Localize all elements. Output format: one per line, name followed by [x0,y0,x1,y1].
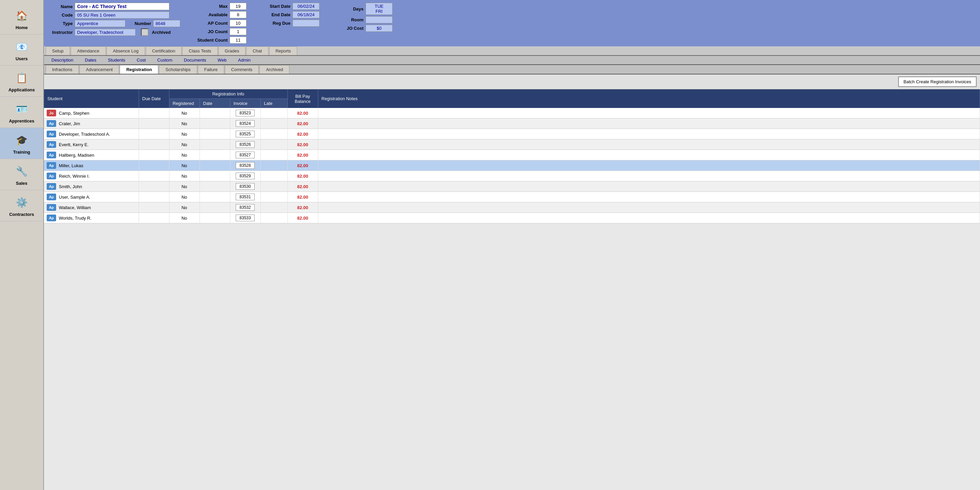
cell-due-date-2 [138,129,169,139]
start-date-label: Start Date [260,4,291,9]
invoice-btn-9[interactable]: 83532 [236,204,254,211]
instructor-value: Developer, Tradeschool [75,29,135,36]
tab-certification[interactable]: Certification [146,46,182,55]
subtab-description[interactable]: Description [46,56,79,64]
tab-reports[interactable]: Reports [269,46,298,55]
sidebar-item-applications[interactable]: 📋 Applications [0,65,43,97]
sidebar-item-training[interactable]: 🎓 Training [0,128,43,159]
sub-tabs: DescriptionDatesStudentsCostCustomDocume… [44,56,980,65]
cell-date-9 [199,203,230,213]
subtab-custom[interactable]: Custom [151,56,178,64]
tab-absence_log[interactable]: Absence Log [107,46,145,55]
cell-invoice-9: 83532 [230,203,260,213]
invoice-btn-6[interactable]: 83529 [236,172,254,179]
invoice-btn-3[interactable]: 83526 [236,141,254,148]
name-cell-1: Ap Crater, Jim [47,120,136,127]
main-tabs: SetupAttendanceAbsence LogCertificationC… [44,46,980,56]
invoice-btn-2[interactable]: 83525 [236,131,254,137]
name-cell-7: Ap Smith, John [47,183,136,190]
tab-setup[interactable]: Setup [46,46,70,55]
subtab-admin[interactable]: Admin [232,56,256,64]
cell-balance-6: 82.00 [288,171,318,181]
cell-due-date-4 [138,150,169,160]
table-row[interactable]: Ap Hallberg, Madisen No 83527 82.00 [44,150,980,160]
ap-count-row: AP Count 10 [194,20,247,27]
invoice-btn-4[interactable]: 83527 [236,152,254,158]
badge-0: Jo [47,110,56,117]
table-row[interactable]: Ap Developer, Tradeschool A. No 83525 82… [44,129,980,139]
table-row[interactable]: Ap Smith, John No 83530 82.00 [44,181,980,192]
cell-late-0 [260,108,288,118]
invoice-btn-8[interactable]: 83531 [236,193,254,200]
table-header-group: Student Due Date Registration Info Bill … [44,89,980,99]
badge-3: Ap [47,141,56,148]
cell-registered-1: No [169,118,199,129]
subtab-dates[interactable]: Dates [79,56,102,64]
table-row[interactable]: Jo Camp, Stephen No 83523 82.00 [44,108,980,118]
subheader-late: Late [260,99,288,108]
number-value: 8648 [153,20,180,27]
cell-late-2 [260,129,288,139]
sidebar-item-users[interactable]: 📧 Users [0,35,43,65]
thirdtab-failure[interactable]: Failure [198,65,224,74]
invoice-btn-1[interactable]: 83524 [236,120,254,127]
thirdtab-advancement[interactable]: Advancement [80,65,119,74]
table-row[interactable]: Ap Worlds, Trudy R. No 83533 82.00 [44,213,980,223]
tab-class_tests[interactable]: Class Tests [182,46,218,55]
invoice-btn-7[interactable]: 83530 [236,183,254,190]
thirdtab-registration[interactable]: Registration [120,65,158,74]
jo-count-label: JO Count [194,29,228,34]
cell-balance-3: 82.00 [288,139,318,150]
sidebar-item-sales[interactable]: 🔧 Sales [0,159,43,190]
cell-due-date-7 [138,181,169,192]
users-icon: 📧 [14,38,30,55]
col-bill-pay: Bill PayBalance [288,89,318,108]
student-name-9: Wallace, William [59,205,91,210]
subtab-documents[interactable]: Documents [178,56,212,64]
student-name-4: Hallberg, Madisen [59,153,94,158]
batch-create-button[interactable]: Batch Create Registration Invoices [898,77,977,87]
cell-invoice-1: 83524 [230,118,260,129]
reg-due-label: Reg Due [260,21,291,26]
max-value: 19 [230,3,247,10]
jo-count-value: 1 [230,28,247,35]
name-label: Name [47,4,73,9]
sidebar-item-contractors[interactable]: ⚙️ Contractors [0,190,43,221]
sidebar-item-apprentices[interactable]: 🪪 Apprentices [0,97,43,128]
subtab-web[interactable]: Web [212,56,233,64]
cell-notes-8 [318,192,980,203]
cell-due-date-5 [138,160,169,171]
table-row[interactable]: Ap User, Sample A. No 83531 82.00 [44,192,980,203]
invoice-btn-10[interactable]: 83533 [236,215,254,221]
tab-chat[interactable]: Chat [246,46,268,55]
third-tabs: InfractionsAdvancementRegistrationSchola… [44,65,980,75]
ap-count-value: 10 [230,20,247,27]
table-row[interactable]: Ap Reich, Winnie I. No 83529 82.00 [44,171,980,181]
badge-5: Ap [47,162,56,169]
thirdtab-comments[interactable]: Comments [225,65,259,74]
thirdtab-scholarships[interactable]: Scholarships [159,65,197,74]
table-row[interactable]: Ap Crater, Jim No 83524 82.00 [44,118,980,129]
subtab-cost[interactable]: Cost [131,56,151,64]
cell-registered-9: No [169,203,199,213]
invoice-btn-0[interactable]: 83523 [236,110,254,117]
sidebar-item-home[interactable]: 🏠 Home [0,3,43,35]
cell-due-date-8 [138,192,169,203]
cell-notes-10 [318,213,980,223]
cell-date-6 [199,171,230,181]
tab-attendance[interactable]: Attendance [71,46,106,55]
table-row[interactable]: Ap Evertt, Kerry E. No 83526 82.00 [44,139,980,150]
sidebar-label-training: Training [13,150,30,155]
start-date-row: Start Date 06/02/24 [260,3,320,10]
thirdtab-infractions[interactable]: Infractions [46,65,79,74]
table-row[interactable]: Ap Miller, Lukas No 83528 82.00 [44,160,980,171]
subtab-students[interactable]: Students [102,56,131,64]
invoice-btn-5[interactable]: 83528 [236,162,254,169]
archived-checkbox[interactable] [141,29,148,36]
tab-grades[interactable]: Grades [218,46,246,55]
table-row[interactable]: Ap Wallace, William No 83532 82.00 [44,203,980,213]
cell-late-10 [260,213,288,223]
type-label: Type [47,21,73,26]
thirdtab-archived[interactable]: Archived [259,65,290,74]
cell-invoice-0: 83523 [230,108,260,118]
